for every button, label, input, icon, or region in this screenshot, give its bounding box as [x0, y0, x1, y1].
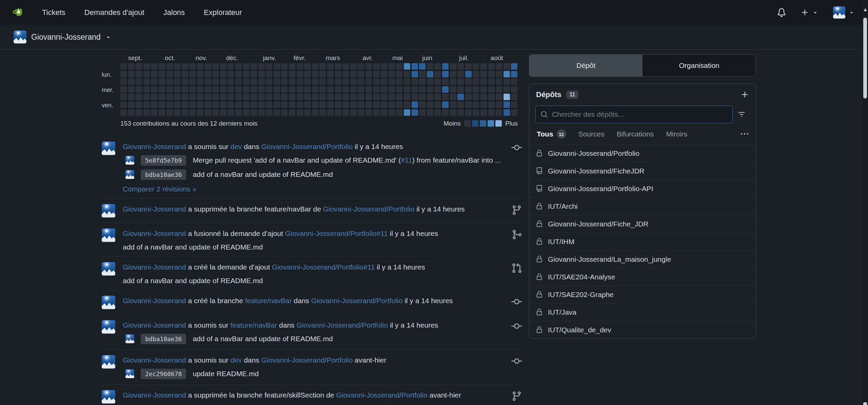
- gitea-logo[interactable]: [12, 5, 26, 20]
- user-menu-dropdown[interactable]: [833, 6, 854, 19]
- chevron-down-icon[interactable]: [105, 34, 111, 40]
- repo-list-item[interactable]: IUT/Qualite_de_dev: [529, 321, 756, 338]
- heatmap-month-labels: sept.oct.nov.déc.janv.févr.marsavr.maiju…: [120, 54, 522, 63]
- heatmap-cell: [381, 63, 387, 70]
- create-new-dropdown[interactable]: [801, 8, 818, 17]
- repo-list-item[interactable]: Giovanni-Josserand/Portfolio: [529, 144, 756, 162]
- repo-list-item[interactable]: Giovanni-Josserand/La_maison_jungle: [529, 250, 756, 268]
- heatmap-cell: [266, 109, 272, 116]
- feed-link[interactable]: Giovanni-Josserand/Portfolio: [261, 356, 353, 364]
- feed-link[interactable]: feature/navBar: [245, 297, 292, 305]
- repo-filter-button[interactable]: [733, 106, 750, 123]
- heatmap-cell: [465, 71, 472, 77]
- commit-hash-link[interactable]: bdba10ae36: [141, 169, 186, 180]
- tab-dpt[interactable]: Dépôt: [529, 55, 643, 76]
- nav-item-4[interactable]: Explorateur: [204, 8, 242, 17]
- feed-link[interactable]: Giovanni-Josserand: [123, 143, 186, 150]
- main-column: sept.oct.nov.déc.janv.févr.marsavr.maiju…: [102, 54, 522, 405]
- repo-list-item[interactable]: IUT/SAE202-Graphe: [529, 286, 756, 303]
- heatmap-cell: [442, 86, 449, 93]
- user-avatar[interactable]: [102, 228, 115, 242]
- feed-link[interactable]: Giovanni-Josserand/Portfolio: [336, 391, 428, 399]
- user-avatar[interactable]: [102, 262, 115, 276]
- repo-list-item[interactable]: Giovanni-Josserand/Portfolio-API: [529, 180, 756, 197]
- user-avatar[interactable]: [102, 204, 115, 218]
- feed-link[interactable]: Giovanni-Josserand/Portfolio: [311, 297, 403, 305]
- new-repo-button[interactable]: [741, 91, 749, 99]
- heatmap-cell: [136, 109, 142, 116]
- lock-icon: [536, 273, 543, 280]
- more-filters-button[interactable]: [741, 130, 748, 138]
- feed-link[interactable]: Giovanni-Josserand/Portfolio: [296, 321, 388, 329]
- heatmap-cell: [205, 86, 211, 93]
- repo-list-item[interactable]: IUT/Java: [529, 303, 756, 321]
- scrollbar-up-arrow[interactable]: [864, 8, 867, 11]
- compare-revisions-link-text[interactable]: Comparer 2 révisions »: [123, 185, 196, 193]
- heatmap-cell: [358, 71, 364, 77]
- commit-hash-link[interactable]: 2ec2960678: [141, 369, 186, 379]
- nav-item-3[interactable]: Jalons: [163, 8, 185, 17]
- user-avatar[interactable]: [102, 320, 115, 334]
- user-avatar[interactable]: [102, 142, 115, 155]
- heatmap-cell: [251, 71, 257, 77]
- feed-link[interactable]: Giovanni-Josserand: [123, 229, 186, 237]
- heatmap-cell: [488, 94, 495, 100]
- user-avatar[interactable]: [102, 296, 115, 309]
- repo-name: IUT/SAE202-Graphe: [548, 291, 614, 299]
- feed-link[interactable]: Giovanni-Josserand/Portfolio: [323, 205, 415, 213]
- feed-link[interactable]: Giovanni-Josserand: [123, 205, 186, 213]
- feed-link[interactable]: Giovanni-Josserand/Portfolio: [261, 143, 353, 150]
- commit-hash-link[interactable]: 5e8fd5e7b9: [141, 155, 186, 166]
- heatmap-cell: [220, 63, 226, 70]
- heatmap-cell: [373, 71, 380, 77]
- filter-tab-tous[interactable]: Tous11: [537, 129, 566, 139]
- repo-list-item[interactable]: Giovanni-Josserand/Fiche_JDR: [529, 215, 756, 233]
- feed-link[interactable]: Giovanni-Josserand: [123, 297, 186, 305]
- filter-tab-bifurcations[interactable]: Bifurcations: [617, 130, 654, 138]
- heatmap-cell: [496, 78, 502, 85]
- heatmap-cell: [281, 71, 288, 77]
- heatmap-month-label: août: [491, 54, 503, 62]
- user-avatar[interactable]: [102, 355, 115, 369]
- feed-link[interactable]: feature/navBar: [230, 321, 277, 329]
- feed-link[interactable]: Giovanni-Josserand: [123, 321, 186, 329]
- repo-search-input[interactable]: [552, 110, 728, 118]
- feed-text: a soumis sur: [186, 356, 231, 364]
- commit-author-avatar: [125, 369, 134, 378]
- commit-hash-link[interactable]: bdba10ae36: [141, 334, 186, 344]
- notifications-button[interactable]: [777, 8, 786, 17]
- feed-link[interactable]: #11: [401, 156, 412, 164]
- heatmap-cell: [480, 86, 487, 93]
- git-merge-icon: [511, 229, 522, 240]
- feed-link[interactable]: dev: [230, 356, 242, 364]
- repo-list-item[interactable]: IUT/Archi: [529, 197, 756, 215]
- feed-link[interactable]: Giovanni-Josserand: [123, 263, 186, 271]
- feed-link[interactable]: dev: [230, 143, 242, 150]
- feed-link[interactable]: Giovanni-Josserand: [123, 356, 186, 364]
- heatmap-cell: [166, 109, 173, 116]
- filter-tab-miroirs[interactable]: Miroirs: [666, 130, 687, 138]
- repo-list-item[interactable]: Giovanni-Josserand/FicheJDR: [529, 162, 756, 180]
- repo-list-item[interactable]: IUT/SAE204-Analyse: [529, 268, 756, 286]
- scrollbar-down-button[interactable]: [863, 402, 867, 405]
- user-avatar[interactable]: [102, 390, 115, 404]
- heatmap-cell: [358, 86, 364, 93]
- nav-item-2[interactable]: Demandes d'ajout: [84, 8, 144, 17]
- scrollbar-track[interactable]: [862, 0, 868, 405]
- tab-organisation[interactable]: Organisation: [643, 55, 756, 76]
- repo-list-item[interactable]: IUT/IHM: [529, 233, 756, 250]
- feed-link[interactable]: Giovanni-Josserand: [123, 391, 186, 399]
- heatmap-cell: [243, 94, 250, 100]
- scrollbar-thumb[interactable]: [863, 18, 867, 98]
- context-username[interactable]: Giovanni-Josserand: [31, 33, 101, 42]
- filter-tab-sources[interactable]: Sources: [578, 130, 605, 138]
- heatmap-cell: [304, 86, 311, 93]
- feed-link[interactable]: Giovanni-Josserand/Portfolio#11: [272, 263, 375, 271]
- compare-revisions-link[interactable]: Comparer 2 révisions »: [123, 185, 505, 193]
- heatmap-cell: [450, 63, 456, 70]
- feed-entry-title: Giovanni-Josserand a supprimée la branch…: [123, 390, 505, 400]
- nav-item-1[interactable]: Tickets: [42, 8, 65, 17]
- feed-link[interactable]: Giovanni-Josserand/Portfolio#11: [285, 229, 388, 237]
- heatmap-cell: [220, 102, 226, 108]
- heatmap-cell: [389, 86, 395, 93]
